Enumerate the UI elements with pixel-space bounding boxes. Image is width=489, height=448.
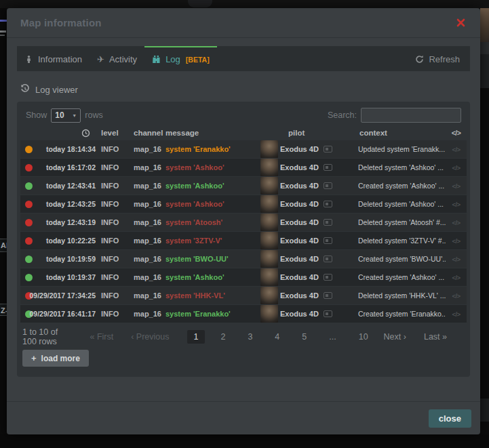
dialog-footer: close bbox=[7, 401, 480, 434]
code-icon[interactable]: </> bbox=[452, 182, 460, 190]
close-button[interactable]: close bbox=[429, 409, 471, 428]
code-icon[interactable]: </> bbox=[452, 310, 460, 318]
pagination-next[interactable]: Next › bbox=[384, 332, 406, 342]
pagination-last[interactable]: Last » bbox=[424, 332, 447, 342]
log-row: today 12:43:25INFOmap_16system 'Ashkoo'E… bbox=[20, 195, 467, 213]
tab-information[interactable]: Information bbox=[17, 46, 90, 71]
status-dot-red bbox=[25, 237, 33, 245]
pilot-avatar bbox=[260, 232, 278, 249]
background-right-block bbox=[480, 42, 489, 54]
log-viewer-panel: Show 10 ▼ rows Search: lev bbox=[17, 102, 470, 377]
log-context: Updated system 'Eranakk... bbox=[353, 145, 446, 153]
page-button[interactable]: 3 bbox=[241, 330, 259, 344]
header-code: </> bbox=[446, 129, 467, 137]
person-icon bbox=[24, 55, 33, 64]
code-icon[interactable]: </> bbox=[452, 274, 460, 281]
log-context: Deleted system '3ZTV-V' #... bbox=[353, 237, 446, 245]
code-cell: </> bbox=[446, 145, 467, 153]
log-channel: map_16 bbox=[134, 218, 165, 226]
background-top-strip bbox=[0, 0, 489, 8]
code-cell: </> bbox=[446, 310, 467, 318]
log-row: 09/29/2017 16:41:17INFOmap_16system 'Era… bbox=[20, 305, 467, 323]
refresh-label: Refresh bbox=[429, 54, 460, 64]
pilot-avatar bbox=[260, 287, 278, 304]
log-context: Created system 'Ashkoo' ... bbox=[353, 182, 446, 190]
id-card-icon bbox=[324, 237, 332, 244]
log-channel: map_16 bbox=[134, 182, 165, 190]
log-context: Deleted system 'HHK-VL' ... bbox=[353, 291, 446, 300]
status-dot-orange bbox=[25, 146, 33, 153]
pilot-avatar bbox=[260, 213, 278, 231]
log-context: Created system 'Eranakko... bbox=[353, 310, 446, 318]
log-level: INFO bbox=[101, 291, 134, 300]
tab-log[interactable]: Log [BETA] bbox=[144, 46, 217, 71]
pilot-name: Exodus 4D bbox=[280, 182, 319, 190]
log-row: today 12:43:41INFOmap_16system 'Ashkoo'E… bbox=[20, 177, 467, 195]
pagination: 1 to 10 of 100 rows « First ‹ Previous 1… bbox=[22, 329, 465, 345]
log-context: Created system 'Ashkoo' ... bbox=[353, 273, 446, 281]
id-card-icon bbox=[324, 274, 332, 281]
code-icon[interactable]: </> bbox=[452, 164, 460, 171]
log-message: system 'Ashkoo' bbox=[165, 200, 260, 208]
dialog-body: Information ✈ Activity Log [BETA] bbox=[7, 38, 480, 401]
code-cell: </> bbox=[446, 273, 467, 281]
pilot-cell: Exodus 4D bbox=[278, 310, 353, 318]
code-icon[interactable]: </> bbox=[452, 219, 460, 226]
log-level: INFO bbox=[101, 145, 134, 153]
background-right-block bbox=[480, 399, 489, 422]
code-icon[interactable]: </> bbox=[452, 237, 460, 245]
log-level: INFO bbox=[101, 255, 134, 263]
pagination-first[interactable]: « First bbox=[90, 332, 113, 342]
close-icon[interactable] bbox=[455, 17, 467, 28]
dialog-header: Map information bbox=[7, 8, 480, 38]
status-dot-green bbox=[25, 274, 33, 281]
log-row: today 16:17:02INFOmap_16system 'Ashkoo'E… bbox=[20, 159, 467, 176]
code-icon[interactable]: </> bbox=[452, 146, 460, 153]
page-button[interactable]: 5 bbox=[295, 330, 313, 344]
refresh-button[interactable]: Refresh bbox=[405, 46, 470, 71]
avatar-cell bbox=[260, 213, 278, 231]
log-time: 09/29/2017 17:34:25 bbox=[30, 291, 96, 300]
code-icon[interactable]: </> bbox=[452, 292, 460, 300]
load-more-button[interactable]: + load more bbox=[22, 350, 89, 367]
log-time: 09/29/2017 16:41:17 bbox=[30, 310, 96, 318]
pilot-name: Exodus 4D bbox=[280, 218, 319, 226]
log-time: today 16:17:02 bbox=[46, 163, 96, 171]
id-card-icon bbox=[324, 201, 332, 207]
pilot-name: Exodus 4D bbox=[280, 145, 319, 153]
code-icon[interactable]: </> bbox=[452, 256, 460, 263]
log-row: today 10:19:59INFOmap_16system 'BWO-UU'E… bbox=[20, 250, 467, 268]
code-cell: </> bbox=[446, 255, 467, 263]
pilot-cell: Exodus 4D bbox=[278, 218, 353, 226]
search-input[interactable] bbox=[361, 108, 461, 123]
log-channel: map_16 bbox=[134, 237, 165, 245]
page-button[interactable]: 2 bbox=[214, 330, 232, 344]
log-channel: map_16 bbox=[134, 255, 165, 263]
page-button[interactable]: 1 bbox=[187, 330, 206, 344]
pilot-name: Exodus 4D bbox=[280, 310, 319, 318]
table-header: level channel message pilot context </> bbox=[20, 126, 467, 140]
page-button[interactable]: 10 bbox=[352, 330, 375, 344]
status-cell bbox=[20, 218, 39, 227]
pagination-previous[interactable]: ‹ Previous bbox=[131, 332, 169, 342]
tab-activity[interactable]: ✈ Activity bbox=[90, 46, 144, 71]
log-level: INFO bbox=[101, 163, 134, 171]
status-dot-green bbox=[25, 182, 33, 190]
status-dot-green bbox=[25, 256, 33, 263]
code-cell: </> bbox=[446, 218, 467, 226]
tab-label: Information bbox=[38, 54, 82, 64]
code-icon[interactable]: </> bbox=[452, 201, 460, 208]
rows-label: rows bbox=[85, 110, 102, 120]
history-icon bbox=[20, 84, 30, 96]
id-card-icon bbox=[324, 292, 332, 299]
page-button[interactable]: 4 bbox=[268, 330, 286, 344]
binoculars-icon bbox=[152, 55, 161, 64]
pilot-avatar bbox=[260, 140, 278, 158]
log-context: Deleted system 'Ashkoo' ... bbox=[353, 200, 446, 208]
pilot-name: Exodus 4D bbox=[280, 273, 319, 281]
page-size-select[interactable]: 10 ▼ bbox=[51, 108, 81, 123]
chevron-down-icon: ▼ bbox=[72, 113, 77, 118]
background-blue-line bbox=[0, 20, 7, 22]
pilot-name: Exodus 4D bbox=[280, 255, 319, 263]
code-icon: </> bbox=[452, 129, 461, 137]
